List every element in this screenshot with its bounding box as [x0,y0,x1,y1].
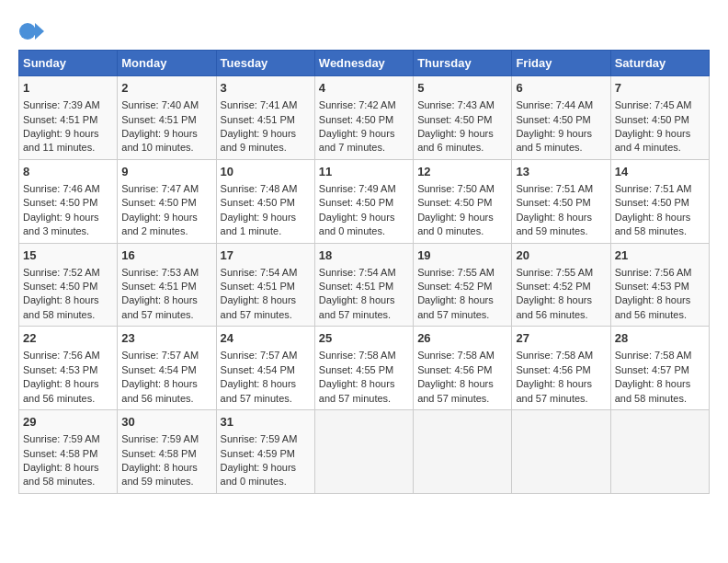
calendar-cell: 5Sunrise: 7:43 AMSunset: 4:50 PMDaylight… [414,76,512,160]
day-header-thursday: Thursday [414,51,512,76]
day-info: and 10 minutes. [121,141,211,155]
day-info: Sunset: 4:56 PM [516,363,606,377]
day-info: Sunset: 4:51 PM [121,280,211,293]
day-header-monday: Monday [118,51,216,76]
calendar-cell: 6Sunrise: 7:44 AMSunset: 4:50 PMDaylight… [512,76,610,160]
calendar-cell: 17Sunrise: 7:54 AMSunset: 4:51 PMDayligh… [216,243,314,327]
day-info: Sunrise: 7:51 AM [615,182,705,196]
day-number: 11 [319,164,409,180]
day-info: Daylight: 8 hours [23,293,113,307]
day-info: Sunset: 4:59 PM [221,447,311,461]
day-info: Sunset: 4:51 PM [221,113,311,127]
svg-marker-1 [35,23,44,40]
day-info: and 57 minutes. [417,392,507,406]
day-info: and 3 minutes. [23,224,113,238]
day-info: Daylight: 8 hours [121,377,211,391]
calendar-week-4: 22Sunrise: 7:56 AMSunset: 4:53 PMDayligh… [19,327,710,410]
day-info: and 56 minutes. [516,308,606,322]
day-info: Daylight: 8 hours [221,293,311,307]
day-number: 18 [319,247,409,264]
day-info: Daylight: 9 hours [417,211,507,224]
calendar-cell: 27Sunrise: 7:58 AMSunset: 4:56 PMDayligh… [512,327,610,410]
day-number: 14 [615,164,705,180]
day-number: 22 [23,330,113,347]
day-info: Sunset: 4:53 PM [615,280,705,293]
day-info: Daylight: 9 hours [319,127,409,141]
day-info: Sunrise: 7:39 AM [23,98,113,112]
day-info: Daylight: 9 hours [121,211,211,224]
day-info: Sunrise: 7:58 AM [516,349,606,362]
day-info: Daylight: 9 hours [121,127,211,141]
day-number: 3 [221,80,311,97]
day-info: Sunset: 4:57 PM [615,363,705,377]
day-info: Daylight: 9 hours [516,127,606,141]
day-info: Daylight: 9 hours [615,127,705,141]
day-info: Sunset: 4:50 PM [23,196,113,210]
day-number: 30 [121,414,211,431]
day-number: 29 [23,414,113,431]
calendar-cell [414,410,512,494]
calendar-cell: 23Sunrise: 7:57 AMSunset: 4:54 PMDayligh… [118,327,216,410]
calendar-cell: 24Sunrise: 7:57 AMSunset: 4:54 PMDayligh… [216,327,314,410]
day-number: 5 [417,80,507,97]
day-info: and 56 minutes. [121,392,211,406]
day-info: Sunrise: 7:58 AM [319,349,409,362]
day-info: Daylight: 8 hours [121,293,211,307]
calendar-cell: 25Sunrise: 7:58 AMSunset: 4:55 PMDayligh… [314,327,413,410]
day-info: Sunrise: 7:42 AM [319,98,409,112]
day-info: Daylight: 8 hours [615,377,705,391]
day-number: 6 [516,80,606,97]
day-info: Sunset: 4:50 PM [417,196,507,210]
page-header [18,18,710,40]
calendar-week-3: 15Sunrise: 7:52 AMSunset: 4:50 PMDayligh… [19,243,710,327]
day-info: and 6 minutes. [417,141,507,155]
day-info: Sunrise: 7:58 AM [615,349,705,362]
day-info: Sunrise: 7:59 AM [221,432,311,446]
day-info: Sunset: 4:50 PM [221,196,311,210]
day-info: and 57 minutes. [516,392,606,406]
day-info: Daylight: 9 hours [221,211,311,224]
day-info: Sunset: 4:51 PM [319,280,409,293]
day-number: 17 [221,247,311,264]
calendar-cell: 12Sunrise: 7:50 AMSunset: 4:50 PMDayligh… [414,159,512,243]
day-info: Sunset: 4:50 PM [615,113,705,127]
day-info: and 58 minutes. [23,475,113,488]
day-info: and 59 minutes. [516,224,606,238]
day-info: Sunset: 4:50 PM [121,196,211,210]
calendar-cell: 26Sunrise: 7:58 AMSunset: 4:56 PMDayligh… [414,327,512,410]
calendar-cell [512,410,610,494]
day-info: Daylight: 8 hours [516,293,606,307]
day-info: Sunrise: 7:59 AM [23,432,113,446]
day-info: Daylight: 8 hours [319,377,409,391]
day-number: 8 [23,164,113,180]
calendar-cell: 3Sunrise: 7:41 AMSunset: 4:51 PMDaylight… [216,76,314,160]
day-info: Daylight: 8 hours [23,461,113,475]
day-info: and 57 minutes. [319,308,409,322]
calendar-cell: 2Sunrise: 7:40 AMSunset: 4:51 PMDaylight… [118,76,216,160]
day-info: and 0 minutes. [417,224,507,238]
logo-icon [18,18,40,40]
day-info: Daylight: 8 hours [615,293,705,307]
day-info: and 0 minutes. [319,224,409,238]
calendar-cell: 13Sunrise: 7:51 AMSunset: 4:50 PMDayligh… [512,159,610,243]
day-info: Sunrise: 7:44 AM [516,98,606,112]
day-info: and 57 minutes. [221,308,311,322]
day-info: Daylight: 8 hours [221,377,311,391]
day-number: 26 [417,330,507,347]
day-info: Daylight: 9 hours [221,127,311,141]
day-info: and 57 minutes. [319,392,409,406]
day-info: Sunrise: 7:45 AM [615,98,705,112]
day-info: Sunset: 4:55 PM [319,363,409,377]
day-info: Sunset: 4:50 PM [319,196,409,210]
day-number: 23 [121,330,211,347]
day-number: 15 [23,247,113,264]
day-info: Daylight: 9 hours [23,127,113,141]
day-info: Daylight: 8 hours [417,293,507,307]
day-header-friday: Friday [512,51,610,76]
day-info: and 9 minutes. [221,141,311,155]
day-info: Sunset: 4:52 PM [417,280,507,293]
day-number: 12 [417,164,507,180]
calendar-cell: 8Sunrise: 7:46 AMSunset: 4:50 PMDaylight… [19,159,118,243]
calendar-cell: 7Sunrise: 7:45 AMSunset: 4:50 PMDaylight… [610,76,709,160]
day-info: and 57 minutes. [221,392,311,406]
